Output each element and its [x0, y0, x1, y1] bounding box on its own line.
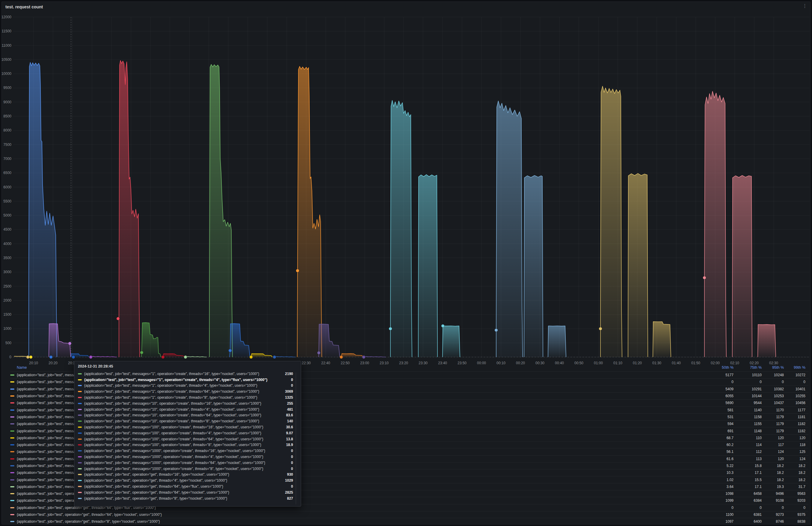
svg-text:6000: 6000 — [3, 185, 11, 189]
percentile-value: 1179 — [763, 429, 785, 433]
percentile-value: 60.2 — [708, 443, 735, 447]
series-color-swatch — [78, 474, 82, 475]
tooltip-row: {application="test", job="test", message… — [74, 389, 301, 394]
percentile-value: 1182 — [785, 422, 808, 426]
legend-75th-header[interactable]: 75th % — [735, 365, 763, 370]
tooltip-row: {application="test", job="test", message… — [74, 460, 301, 466]
series-color-swatch — [78, 498, 82, 499]
percentile-value: 0 — [708, 380, 735, 384]
series-color-swatch — [78, 444, 82, 445]
series-color-swatch — [78, 439, 82, 440]
percentile-value: 1.02 — [708, 478, 735, 482]
tooltip-row: {application="test", job="test", message… — [74, 442, 301, 448]
tooltip-row: {application="test", job="test", operati… — [74, 472, 301, 478]
percentile-value: 1148 — [735, 429, 763, 433]
point-marker — [29, 355, 32, 359]
tooltip-series-name: {application="test", job="test", message… — [84, 431, 261, 435]
percentile-value: 6400 — [735, 520, 763, 524]
tooltip-row: {application="test", job="test", message… — [74, 424, 301, 430]
tooltip-series-value: 0 — [288, 383, 293, 388]
svg-text:0: 0 — [9, 355, 11, 359]
percentile-value: 10110 — [735, 373, 763, 377]
series-area — [496, 101, 523, 357]
tooltip-series-name: {application="test", job="test", message… — [84, 455, 263, 459]
legend-50th-header[interactable]: 50th % — [708, 365, 735, 370]
legend-99th-header[interactable]: 99th % — [785, 365, 808, 370]
legend-95th-header[interactable]: 95th % — [763, 365, 785, 370]
tooltip-series-name: {application="test", job="test", message… — [84, 390, 259, 394]
percentile-value: 15.8 — [735, 464, 763, 468]
series-color-swatch — [10, 507, 14, 508]
percentile-value: 9375 — [785, 512, 808, 517]
tooltip-row: {application="test", job="test", message… — [74, 448, 301, 454]
series-area — [418, 175, 437, 357]
percentile-value: 117 — [763, 443, 785, 447]
series-area — [390, 100, 412, 357]
legend-row[interactable]: {application="test", job="test", operati… — [10, 518, 808, 525]
percentile-value: 10144 — [735, 394, 763, 398]
series-color-swatch — [10, 444, 14, 445]
tooltip-scrollbar[interactable] — [296, 372, 296, 505]
series-color-swatch — [10, 472, 14, 473]
svg-text:11000: 11000 — [2, 43, 12, 48]
percentile-value: 9273 — [763, 512, 785, 517]
tooltip-series-value: 3069 — [282, 390, 293, 394]
percentile-value: 691 — [708, 429, 735, 433]
percentile-value: 1098 — [708, 492, 735, 496]
percentile-value: 10255 — [785, 394, 808, 398]
series-name[interactable]: {application="test", job="test", operati… — [17, 520, 708, 524]
tooltip-row: {application="test", job="test", message… — [74, 383, 301, 389]
series-color-swatch — [10, 500, 14, 501]
series-color-swatch — [78, 468, 82, 469]
panel-title: test. request count — [5, 4, 43, 9]
series-name[interactable]: {application="test", job="test", operati… — [17, 512, 708, 517]
point-marker — [140, 351, 143, 354]
percentile-value: 118 — [785, 443, 808, 447]
svg-text:4000: 4000 — [3, 242, 11, 246]
percentile-value: 5.22 — [708, 464, 735, 468]
tooltip-series-value: 930 — [284, 472, 293, 477]
percentile-value: 5690 — [708, 401, 735, 405]
kebab-menu-icon[interactable]: ⋮ — [802, 4, 807, 9]
percentile-value: 8746 — [763, 520, 785, 524]
series-color-swatch — [10, 375, 14, 376]
percentile-value: 0 — [708, 506, 735, 510]
series-color-swatch — [10, 521, 14, 522]
percentile-value: 1158 — [735, 415, 763, 419]
percentile-value: 17.1 — [735, 471, 763, 475]
tooltip-series-name: {application="test", job="test", message… — [84, 449, 265, 453]
series-color-swatch — [10, 395, 14, 397]
series-color-swatch — [10, 451, 14, 452]
series-color-swatch — [78, 421, 82, 422]
tooltip-series-name: {application="test", job="test", message… — [84, 372, 259, 376]
tooltip-row: {application="test", job="test", operati… — [74, 490, 301, 495]
svg-text:10000: 10000 — [1, 72, 12, 76]
percentile-value: 0 — [785, 506, 808, 510]
tooltip-row: {application="test", job="test", message… — [74, 394, 301, 400]
series-area — [29, 62, 57, 357]
percentile-value: 1177 — [785, 408, 808, 412]
percentile-value: 1097 — [708, 520, 735, 524]
percentile-value: 110 — [735, 436, 763, 440]
point-marker — [296, 269, 299, 272]
tooltip-series-value: 9.07 — [283, 431, 293, 435]
tooltip-series-value: 1029 — [282, 478, 293, 483]
tooltip-series-name: {application="test", job="test", message… — [84, 413, 261, 417]
percentile-value: 18.2 — [763, 464, 785, 468]
tooltip-row: {application="test", job="test", message… — [74, 377, 301, 383]
series-color-swatch — [78, 397, 82, 398]
percentile-value: 10253 — [763, 394, 785, 398]
tooltip-series-value: 481 — [284, 407, 293, 412]
percentile-value: 112 — [735, 450, 763, 454]
legend-row[interactable]: {application="test", job="test", operati… — [10, 511, 808, 518]
tooltip-series-name: {application="test", job="test", operati… — [84, 484, 223, 488]
tooltip-series-name: {application="test", job="test", message… — [84, 395, 257, 399]
percentile-value: 9544 — [735, 401, 763, 405]
y-axis: 0500100015002000250030003500400045005000… — [1, 15, 12, 359]
percentile-value: 15.5 — [735, 478, 763, 482]
svg-text:7000: 7000 — [3, 157, 11, 161]
percentile-value: 1179 — [763, 422, 785, 426]
tooltip-row: {application="test", job="test", message… — [74, 412, 301, 419]
series-area — [443, 326, 460, 357]
series-color-swatch — [78, 373, 82, 375]
